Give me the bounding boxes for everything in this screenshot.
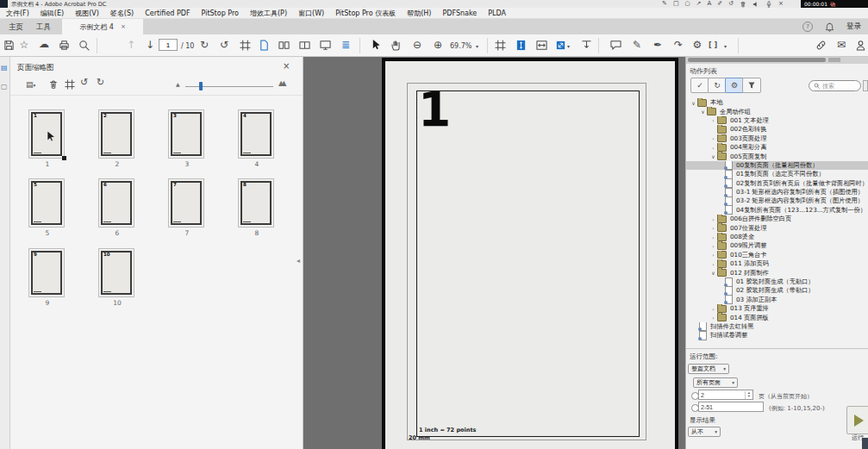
menu-pdfsnake[interactable]: PDFSnake	[442, 9, 477, 17]
tree-item[interactable]: ∨012 封面制作	[686, 268, 868, 277]
tree-item[interactable]: ›006自拼件删除空白页	[686, 215, 868, 223]
undo-icon[interactable]: ↺	[728, 0, 734, 8]
tree-item[interactable]: ›004黑彩分离	[686, 143, 868, 152]
collapse-panel-icon[interactable]: ◂	[297, 257, 300, 265]
page-thumbnail-9[interactable]: 99	[28, 248, 65, 297]
pencil-icon[interactable]: ✎	[662, 0, 667, 8]
rotate-ccw-icon[interactable]: ↺	[80, 78, 88, 88]
crop-pages-icon[interactable]	[238, 40, 252, 53]
tree-item[interactable]: ∨本地	[686, 98, 868, 107]
arrow-icon[interactable]: ↗	[696, 0, 702, 8]
reading-mode-icon[interactable]: ≣	[339, 39, 353, 51]
page-thumbnail-10[interactable]: 1010	[98, 248, 134, 297]
menu-plugins[interactable]: 增效工具(P)	[250, 9, 287, 18]
menu-pitstop-pro[interactable]: PitStop Pro	[202, 9, 239, 17]
zoom-out-icon[interactable]: ⊖	[410, 39, 424, 51]
tree-item[interactable]: ›009照片调整	[686, 241, 868, 250]
tree-item[interactable]: ›014 页面拼版	[686, 313, 868, 321]
document-view[interactable]: 1 1 inch = 72 points 20 mm	[303, 57, 685, 449]
tree-item[interactable]: ›001 文本处理	[686, 116, 868, 125]
thumbnails-rail-icon[interactable]: ▤	[1, 64, 8, 72]
fit-width-icon[interactable]	[534, 40, 548, 53]
zoom-caret-icon[interactable]: ▾	[476, 43, 478, 49]
rotate-cw-icon[interactable]: ↻	[97, 78, 104, 88]
print-icon[interactable]	[57, 40, 71, 53]
page-thumbnail-3[interactable]: 33	[168, 109, 204, 159]
tree-item[interactable]: 03 添加正副本	[686, 296, 868, 304]
bracket-tool-icon[interactable]: [ ]	[709, 41, 717, 49]
page-range-field[interactable]	[698, 402, 764, 412]
hand-tool-icon[interactable]	[390, 40, 403, 53]
tab-close-icon[interactable]: ×	[121, 23, 126, 30]
help-icon[interactable]: ?	[802, 22, 813, 32]
rotate-cw-icon[interactable]: ↻	[197, 39, 211, 51]
mail-icon[interactable]: ✉	[834, 39, 848, 51]
tree-item[interactable]: 01复制页面（选定页不同份数）	[686, 170, 868, 178]
send-export-icon[interactable]: ↷	[671, 39, 685, 51]
tab-tools[interactable]: 工具	[31, 19, 56, 34]
save-icon[interactable]	[2, 40, 16, 53]
zoom-level-value[interactable]: 69.7%	[450, 42, 471, 50]
page-thumbnail-4[interactable]: 44	[238, 109, 274, 159]
rectangle-icon[interactable]: □	[673, 0, 679, 8]
tab-home[interactable]: 主页	[3, 19, 28, 34]
speaker-icon[interactable]	[752, 1, 759, 8]
fit-page-icon[interactable]	[514, 40, 528, 53]
menu-help[interactable]: 帮助(H)	[407, 9, 431, 18]
previous-page-icon[interactable]: ↑	[124, 39, 138, 51]
filter-button[interactable]	[742, 78, 761, 93]
tree-item[interactable]: 扫描件去红转黑	[686, 322, 868, 331]
menu-edit[interactable]: 编辑(E)	[41, 9, 64, 18]
stepper-arrows[interactable]: ▴▾	[745, 391, 752, 399]
tree-item[interactable]: 04复制所有页面（123...123...方式复制一份）	[686, 206, 868, 215]
tree-item[interactable]: ∨全局动作组	[686, 107, 868, 115]
tree-item[interactable]: ›011 添加页码	[686, 259, 868, 268]
page-count-stepper[interactable]: ▴▾	[698, 390, 753, 400]
page-thumbnail-8[interactable]: 88	[238, 178, 274, 228]
bookmarks-rail-icon[interactable]: ▢	[1, 83, 8, 90]
user-icon[interactable]	[853, 40, 867, 53]
page-thumbnail-7[interactable]: 77	[168, 178, 204, 228]
crop-pages-icon[interactable]	[65, 79, 75, 92]
tree-item[interactable]: ›008烫金	[686, 233, 868, 241]
tree-item[interactable]: 002色彩转换	[686, 125, 868, 134]
refresh-button[interactable]: ↻	[708, 78, 727, 93]
page-thumbnail-5[interactable]: 55	[28, 178, 65, 228]
ellipse-icon[interactable]: ○	[685, 0, 690, 8]
select-cursor-icon[interactable]	[369, 40, 383, 53]
tree-item[interactable]: 扫描试卷调整	[686, 331, 868, 340]
panel-close-icon[interactable]: ×	[283, 61, 290, 71]
menu-certified-pdf[interactable]: Certified PDF	[145, 9, 190, 17]
fit-visible-icon[interactable]	[553, 40, 567, 53]
run-action-button[interactable]	[846, 406, 868, 434]
tree-item[interactable]: ∨005页面复制	[686, 152, 868, 160]
tree-item[interactable]: 02 胶装封面生成（带勒口）	[686, 286, 868, 295]
tree-item[interactable]: ›010三角台卡	[686, 251, 868, 259]
tree-item[interactable]: 02复制首页到所有页后（批量做卡背面相同时）	[686, 179, 868, 188]
scrollbar-handle[interactable]	[688, 58, 826, 62]
menu-plda[interactable]: PLDA	[488, 9, 506, 17]
crop-marks-icon[interactable]	[493, 40, 507, 53]
menu-file[interactable]: 文件(F)	[6, 9, 29, 18]
fill-sign-icon[interactable]: ✒	[651, 39, 665, 51]
tree-item[interactable]: 03-2 矩形框选内容复制到所有页（图片使用）	[686, 196, 868, 205]
thumbnail-size-slider-handle[interactable]	[199, 82, 203, 90]
two-page-view-icon[interactable]	[297, 40, 311, 53]
menu-window[interactable]: 窗口(W)	[298, 9, 324, 18]
next-page-icon[interactable]: ↓	[143, 39, 157, 51]
fit-caret-icon[interactable]: ▾	[567, 43, 570, 49]
page-thumbnail-1[interactable]: 1 1	[28, 109, 65, 159]
measure-tool-icon[interactable]	[579, 40, 593, 53]
share-cloud-icon[interactable]: ☁	[37, 38, 51, 50]
search-options-button[interactable]	[863, 80, 868, 91]
page-thumbnail-2[interactable]: 22	[98, 109, 134, 159]
search-input[interactable]: 搜索	[809, 80, 861, 91]
tree-item[interactable]: ›003页面处理	[686, 134, 868, 143]
options-menu-icon[interactable]: ▤▾	[26, 79, 35, 90]
fullscreen-icon[interactable]	[318, 40, 332, 53]
close-recorder-icon[interactable]: ×	[778, 0, 784, 8]
page-thumbnail-6[interactable]: 66	[98, 178, 134, 228]
link-icon[interactable]	[814, 40, 827, 53]
menu-view[interactable]: 视图(V)	[75, 9, 99, 18]
page-count-value[interactable]	[699, 392, 745, 398]
